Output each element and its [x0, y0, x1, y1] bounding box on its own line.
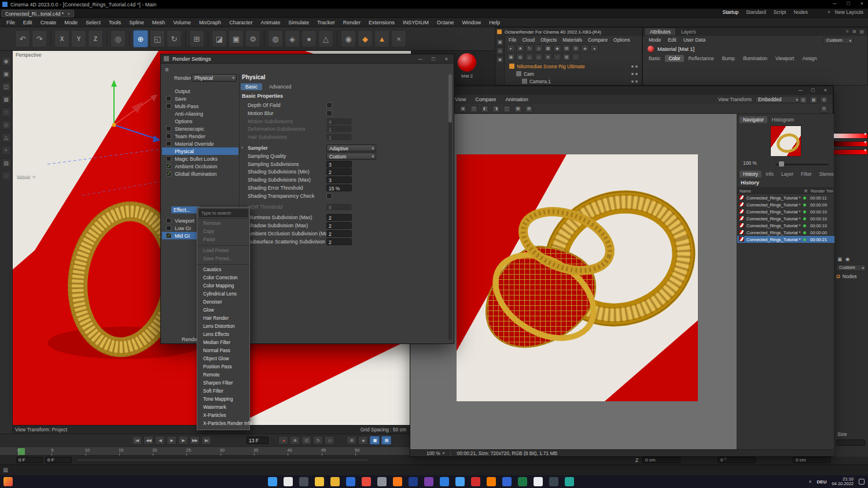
menu-item[interactable]: Tracker: [313, 20, 339, 25]
excel-icon[interactable]: [518, 477, 527, 486]
rs-close-icon[interactable]: ×: [445, 56, 448, 62]
maximize-icon[interactable]: □: [847, 1, 849, 6]
attr-preset-dropdown[interactable]: Custom▾: [823, 37, 854, 44]
preset-checkbox[interactable]: [166, 225, 171, 231]
render-settings-list-item[interactable]: Stereoscopic: [162, 125, 238, 132]
zoom-fit-icon[interactable]: ▣: [459, 105, 467, 113]
octane-denoise-icon[interactable]: ◍: [516, 53, 524, 61]
color-slider-g[interactable]: ▾: [832, 141, 868, 147]
image-area[interactable]: [410, 114, 737, 450]
start-icon[interactable]: [268, 477, 277, 486]
coordinate-system-icon[interactable]: ⊞: [189, 30, 204, 47]
menu-item[interactable]: File: [2, 20, 19, 25]
menu-item[interactable]: Character: [225, 20, 256, 25]
panel-list-icon[interactable]: ▤: [859, 29, 864, 34]
octane-pick-icon[interactable]: ◎: [496, 47, 503, 54]
preset-checkbox[interactable]: [166, 233, 171, 238]
effect-menu-item[interactable]: Median Filter: [197, 339, 249, 347]
setting-checkbox[interactable]: [326, 193, 332, 199]
material-channel-tab[interactable]: Viewport: [772, 55, 797, 62]
enable-axis-icon[interactable]: +: [2, 146, 11, 155]
panel-menu-icon[interactable]: ≡: [846, 29, 849, 34]
edges-mode-icon[interactable]: ◇: [2, 120, 11, 130]
minimize-icon[interactable]: ─: [833, 1, 836, 6]
render-settings-icon[interactable]: ⚙: [245, 30, 260, 47]
effect-menu-item[interactable]: Glow: [197, 306, 249, 315]
layout-item[interactable]: Script: [774, 9, 786, 15]
octane-restart-icon[interactable]: ↻: [525, 45, 534, 52]
enable-checkbox[interactable]: [166, 96, 171, 101]
enable-checkbox[interactable]: [166, 171, 171, 176]
add-layout-icon[interactable]: +: [827, 9, 830, 15]
photoshop-icon[interactable]: [440, 477, 449, 486]
document-tab[interactable]: Connected_Ri...torial.c4d * ×: [1, 10, 74, 17]
octane-dof-icon[interactable]: ▫: [553, 53, 561, 61]
menu-item[interactable]: Mode: [60, 20, 82, 25]
octane-materials-icon[interactable]: ◆: [553, 45, 561, 52]
pv-menu-item[interactable]: Animation: [501, 97, 532, 102]
octane-options-icon[interactable]: ◌: [572, 53, 580, 61]
word-icon[interactable]: [502, 477, 512, 486]
effect-menu-item[interactable]: Watermark: [197, 404, 249, 412]
effect-menu-item[interactable]: Color Mapping: [197, 282, 249, 290]
next-key-icon[interactable]: ▶▶: [190, 436, 200, 445]
weather-widget-icon[interactable]: [3, 477, 13, 486]
menu-item[interactable]: Tools: [105, 20, 125, 25]
history-panel-tab[interactable]: Layer: [778, 171, 797, 178]
effect-menu-item[interactable]: Hair Render: [197, 315, 249, 323]
range-slider[interactable]: [76, 458, 369, 462]
redo-icon[interactable]: ↷: [32, 30, 47, 47]
record-scale-icon[interactable]: ◱: [301, 436, 311, 445]
viewer-settings-icon[interactable]: ⚙: [820, 96, 828, 103]
effect-menu-item[interactable]: Lens Distortion: [197, 323, 249, 331]
enable-checkbox[interactable]: [166, 134, 171, 139]
deformers-icon[interactable]: ◈: [285, 30, 300, 47]
effect-menu-item[interactable]: Denoiser: [197, 298, 249, 306]
coord-z-field[interactable]: 0 cm: [642, 457, 681, 463]
pv-menu-item[interactable]: Compare: [470, 97, 501, 102]
octane-settings-icon[interactable]: ▲: [374, 30, 389, 47]
setting-field[interactable]: 15 %: [326, 184, 352, 191]
goto-start-icon[interactable]: |◀: [132, 436, 142, 445]
right-preset-dropdown[interactable]: Custom▾: [836, 264, 866, 271]
octane-menu-item[interactable]: Materials: [560, 37, 585, 43]
tab-advanced[interactable]: Advanced: [264, 83, 296, 90]
octane-focus-pick-icon[interactable]: ◎: [535, 45, 543, 52]
render-settings-list-item[interactable]: Magic Bullet Looks: [162, 155, 238, 162]
effect-menu-item[interactable]: Lens Effects: [197, 331, 249, 339]
current-frame-field[interactable]: 13 F: [247, 437, 269, 444]
goto-end-icon[interactable]: ▶|: [201, 436, 211, 445]
prev-key-icon[interactable]: ◀◀: [144, 436, 153, 445]
effect-menu-item[interactable]: Soft Filter: [197, 387, 249, 395]
generators-icon[interactable]: ◍: [268, 30, 283, 47]
effect-menu-item[interactable]: Remote: [197, 371, 249, 379]
setting-checkbox[interactable]: [326, 102, 332, 108]
octane-menu-item[interactable]: Options: [610, 37, 633, 43]
menu-item[interactable]: INSYDIUM: [399, 20, 433, 25]
app-purple-icon[interactable]: [424, 477, 433, 486]
tray-expand-icon[interactable]: ∧: [808, 479, 811, 484]
compare-a-icon[interactable]: ◧: [481, 105, 489, 113]
octane-subsample-icon[interactable]: △: [525, 53, 534, 61]
settings-app-icon[interactable]: [377, 477, 387, 486]
octane-passes-icon[interactable]: ▤: [562, 45, 571, 52]
edge-icon[interactable]: [346, 477, 355, 486]
octane-lock2-icon[interactable]: ⊕: [544, 53, 552, 61]
render-settings-list-item[interactable]: Global Illumination: [162, 170, 238, 178]
render-view-icon[interactable]: ◪: [212, 30, 227, 47]
fullscreen-icon[interactable]: ▢: [503, 105, 511, 113]
range-end-field[interactable]: 0 F: [45, 457, 72, 463]
undo-icon[interactable]: ↶: [15, 30, 30, 47]
menu-item[interactable]: Simulate: [284, 20, 313, 25]
setting-field[interactable]: 3: [326, 176, 352, 183]
actual-size-icon[interactable]: ◫: [470, 105, 478, 113]
menu-item[interactable]: Animate: [257, 20, 285, 25]
points-mode-icon[interactable]: ∷: [2, 108, 11, 117]
setting-field[interactable]: 4: [326, 118, 352, 125]
panel-grid-icon[interactable]: ▦: [3, 467, 8, 473]
renderer-dropdown[interactable]: Physical▾: [192, 74, 237, 82]
octane-liveviewer-icon[interactable]: ◉: [341, 30, 356, 47]
effect-menu-item[interactable]: Caustics: [197, 266, 249, 274]
tab-attributes[interactable]: Attributes: [645, 28, 675, 35]
snap-settings-icon[interactable]: ◌: [2, 171, 11, 180]
